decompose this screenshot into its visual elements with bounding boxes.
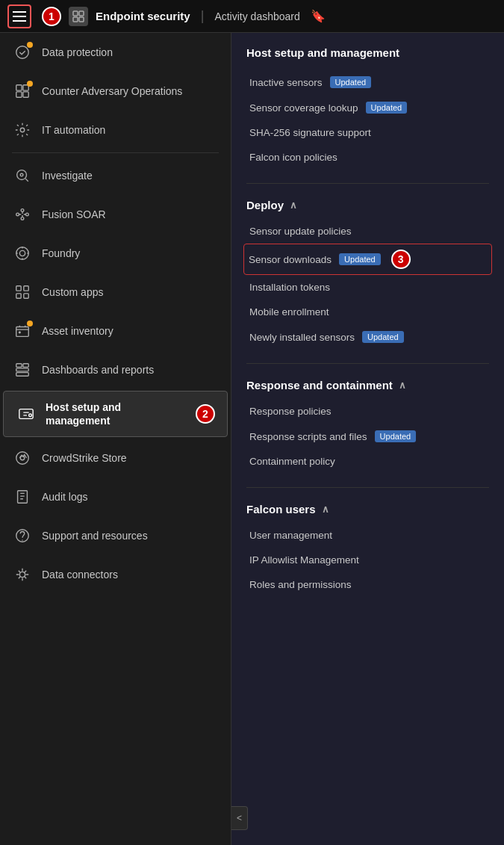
svg-point-14 bbox=[21, 217, 24, 220]
support-icon bbox=[12, 525, 33, 546]
store-icon bbox=[12, 448, 33, 468]
divider-1 bbox=[246, 183, 489, 184]
sidebar-item-data-protection[interactable]: Data protection bbox=[0, 33, 231, 72]
separator-1 bbox=[12, 152, 219, 153]
sha256-label: SHA-256 signature support bbox=[249, 127, 371, 138]
hamburger-button[interactable] bbox=[7, 4, 31, 28]
custom-apps-icon bbox=[12, 282, 33, 303]
sensor-downloads-item[interactable]: Sensor downloads Updated 3 bbox=[243, 244, 492, 275]
bookmark-icon[interactable]: 🔖 bbox=[311, 9, 326, 23]
svg-point-11 bbox=[20, 173, 23, 176]
host-setup-section: Host setup and management Inactive senso… bbox=[231, 33, 504, 177]
annotation-1: 1 bbox=[42, 7, 61, 26]
user-management-item[interactable]: User management bbox=[246, 523, 489, 548]
annotation-3: 3 bbox=[391, 250, 411, 269]
sidebar-item-dashboards[interactable]: Dashboards and reports bbox=[0, 350, 231, 389]
sidebar-item-fusion-soar[interactable]: Fusion SOAR bbox=[0, 195, 231, 234]
svg-point-32 bbox=[19, 572, 25, 578]
sidebar-item-custom-apps[interactable]: Custom apps bbox=[0, 273, 231, 312]
sidebar-item-support[interactable]: Support and resources bbox=[0, 516, 231, 555]
mobile-enrollment-label: Mobile enrollment bbox=[249, 306, 329, 318]
sidebar-label-audit-logs: Audit logs bbox=[42, 490, 219, 504]
sidebar-label-host-setup: Host setup and management bbox=[46, 400, 184, 427]
inactive-sensors-label: Inactive sensors bbox=[249, 77, 323, 88]
svg-rect-19 bbox=[24, 294, 28, 298]
deploy-section-title: Deploy bbox=[246, 199, 284, 211]
sidebar-label-counter-adversary: Counter Adversary Operations bbox=[42, 84, 219, 98]
audit-logs-icon bbox=[12, 486, 33, 507]
falcon-users-items: User management IP Allowlist Management … bbox=[231, 523, 504, 604]
sidebar-item-crowdstrike-store[interactable]: CrowdStrike Store bbox=[0, 439, 231, 477]
sensor-downloads-badge: Updated bbox=[339, 253, 381, 265]
response-policies-item[interactable]: Response policies bbox=[246, 399, 489, 424]
sha256-item[interactable]: SHA-256 signature support bbox=[246, 120, 489, 145]
host-setup-section-title: Host setup and management bbox=[246, 46, 489, 59]
svg-rect-1 bbox=[79, 11, 84, 16]
sidebar-label-custom-apps: Custom apps bbox=[42, 285, 219, 299]
svg-rect-23 bbox=[23, 364, 28, 368]
ip-allowlist-item[interactable]: IP Allowlist Management bbox=[246, 548, 489, 572]
svg-rect-7 bbox=[16, 92, 22, 97]
dashboards-icon bbox=[12, 359, 33, 380]
data-connectors-icon bbox=[12, 564, 33, 585]
svg-point-4 bbox=[16, 46, 29, 59]
sidebar-label-foundry: Foundry bbox=[42, 247, 219, 260]
sidebar-item-investigate[interactable]: Investigate bbox=[0, 156, 231, 195]
sensor-coverage-item[interactable]: Sensor coverage lookup Updated bbox=[246, 95, 489, 120]
newly-installed-badge: Updated bbox=[362, 331, 404, 343]
sidebar-item-data-connectors[interactable]: Data connectors bbox=[0, 555, 231, 594]
response-items: Response policies Response scripts and f… bbox=[231, 399, 504, 481]
sidebar-label-fusion-soar: Fusion SOAR bbox=[42, 208, 219, 221]
mobile-enrollment-item[interactable]: Mobile enrollment bbox=[246, 300, 489, 324]
sidebar-item-foundry[interactable]: Foundry bbox=[0, 234, 231, 273]
sidebar-label-asset-inventory: Asset inventory bbox=[42, 324, 219, 338]
svg-point-10 bbox=[17, 170, 27, 180]
installation-tokens-item[interactable]: Installation tokens bbox=[246, 275, 489, 300]
response-chevron-icon: ∧ bbox=[399, 380, 406, 391]
annotation-2: 2 bbox=[196, 404, 215, 424]
inactive-sensors-item[interactable]: Inactive sensors Updated bbox=[246, 69, 489, 95]
roles-permissions-item[interactable]: Roles and permissions bbox=[246, 572, 489, 597]
asset-inventory-icon bbox=[12, 321, 33, 341]
sidebar-item-counter-adversary[interactable]: Counter Adversary Operations bbox=[0, 72, 231, 111]
app-title: Endpoint security bbox=[96, 10, 190, 22]
newly-installed-item[interactable]: Newly installed sensors Updated bbox=[246, 324, 489, 350]
sidebar-item-asset-inventory[interactable]: Asset inventory bbox=[0, 312, 231, 350]
app-icon bbox=[69, 7, 88, 26]
sidebar-label-data-connectors: Data connectors bbox=[42, 568, 219, 581]
collapse-panel-button[interactable]: < bbox=[231, 806, 248, 830]
svg-rect-2 bbox=[73, 17, 78, 22]
deploy-section-header[interactable]: Deploy ∧ bbox=[231, 190, 504, 219]
response-scripts-label: Response scripts and files bbox=[249, 431, 367, 442]
svg-point-27 bbox=[29, 414, 32, 417]
svg-rect-24 bbox=[16, 368, 29, 371]
sidebar-label-it-automation: IT automation bbox=[42, 123, 219, 137]
containment-policy-item[interactable]: Containment policy bbox=[246, 449, 489, 474]
activity-dashboard-link[interactable]: Activity dashboard bbox=[214, 10, 299, 22]
falcon-icon-item[interactable]: Falcon icon policies bbox=[246, 145, 489, 170]
sidebar-item-audit-logs[interactable]: Audit logs bbox=[0, 477, 231, 516]
response-section-header[interactable]: Response and containment ∧ bbox=[231, 370, 504, 399]
falcon-users-section-title: Falcon users bbox=[246, 503, 316, 516]
response-scripts-item[interactable]: Response scripts and files Updated bbox=[246, 424, 489, 449]
sensor-coverage-badge: Updated bbox=[366, 102, 408, 114]
sidebar-item-host-setup[interactable]: Host setup and management 2 bbox=[3, 391, 228, 437]
falcon-users-section-header[interactable]: Falcon users ∧ bbox=[231, 494, 504, 523]
sensor-coverage-label: Sensor coverage lookup bbox=[249, 102, 358, 114]
deploy-chevron-icon: ∧ bbox=[290, 199, 297, 211]
sidebar-label-dashboards: Dashboards and reports bbox=[42, 363, 219, 377]
divider-2 bbox=[246, 363, 489, 364]
svg-rect-25 bbox=[16, 373, 29, 377]
shield-icon bbox=[12, 42, 33, 63]
falcon-users-chevron-icon: ∧ bbox=[322, 504, 329, 515]
roles-permissions-label: Roles and permissions bbox=[249, 579, 352, 590]
header-divider: | bbox=[201, 8, 205, 24]
sidebar-item-it-automation[interactable]: IT automation bbox=[0, 111, 231, 149]
svg-rect-8 bbox=[23, 92, 28, 97]
svg-point-28 bbox=[16, 452, 29, 465]
sensor-update-item[interactable]: Sensor update policies bbox=[246, 219, 489, 244]
investigate-icon bbox=[12, 165, 33, 186]
installation-tokens-label: Installation tokens bbox=[249, 282, 330, 293]
main-layout: Data protection Counter Adversary Operat… bbox=[0, 33, 504, 845]
fusion-soar-icon bbox=[12, 204, 33, 225]
